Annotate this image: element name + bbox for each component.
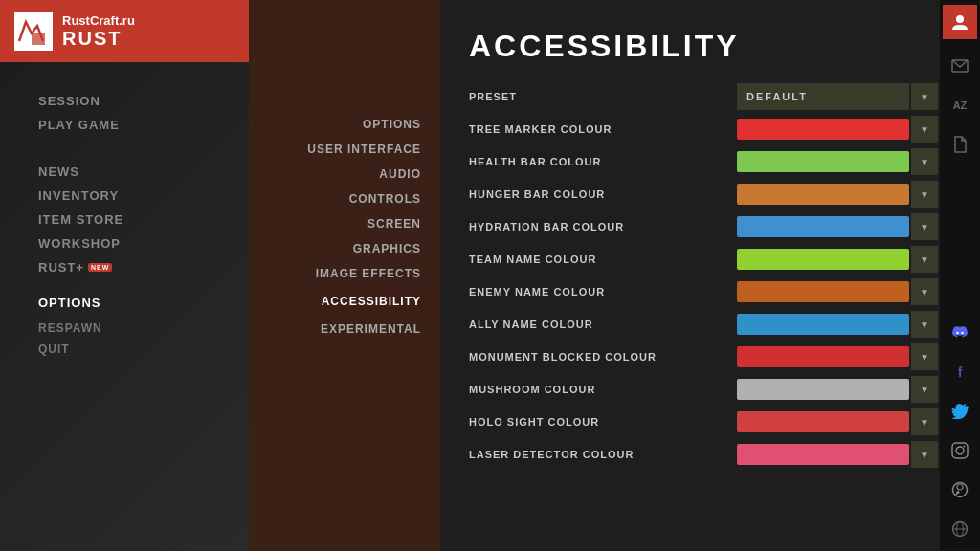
file-icon[interactable] [943, 127, 977, 162]
setting-row-teamname: TEAM NAME COLOUR ▼ [469, 246, 911, 273]
nav-workshop[interactable]: WORKSHOP [38, 233, 230, 253]
setting-row-health: HEALTH BAR COLOUR ▼ [469, 148, 911, 175]
page-title: ACCESSIBILITY [469, 29, 911, 64]
rustcraft-logo-icon [14, 12, 53, 51]
preset-control: DEFAULT ▼ [737, 83, 938, 110]
color-holo[interactable] [737, 411, 909, 432]
preset-dropdown[interactable]: ▼ [911, 83, 938, 110]
control-tree: ▼ [737, 116, 938, 143]
text-az-icon[interactable]: AZ [943, 88, 977, 122]
label-tree: TREE MARKER COLOUR [469, 123, 737, 135]
main-content: ACCESSIBILITY PRESET DEFAULT ▼ TREE MARK… [440, 0, 940, 551]
mail-icon[interactable] [943, 49, 977, 83]
svg-point-8 [964, 446, 966, 448]
setting-row-tree: TREE MARKER COLOUR ▼ [469, 116, 911, 143]
nav-itemstore[interactable]: ITEM STORE [38, 209, 230, 230]
setting-row-laser: LASER DETECTOR COLOUR ▼ [469, 441, 911, 468]
preset-value: DEFAULT [746, 91, 808, 102]
label-allyname: ALLY NAME COLOUR [469, 319, 737, 330]
menu-screen[interactable]: SCREEN [368, 214, 421, 233]
setting-row-holo: HOLO SIGHT COLOUR ▼ [469, 408, 911, 435]
control-enemyname: ▼ [737, 278, 938, 305]
menu-imageeffects[interactable]: IMAGE EFFECTS [316, 264, 421, 283]
menu-ui[interactable]: USER INTERFACE [307, 140, 421, 159]
nav-rustplus[interactable]: RUST+ NEW [38, 257, 230, 277]
setting-row-preset: PRESET DEFAULT ▼ [469, 83, 911, 110]
dropdown-enemyname[interactable]: ▼ [911, 278, 938, 305]
svg-point-12 [957, 491, 960, 494]
nav-session[interactable]: SESSION [38, 91, 230, 111]
label-enemyname: ENEMY NAME COLOUR [469, 286, 737, 298]
steam-icon[interactable] [943, 473, 977, 507]
logo-text: RustCraft.ru RUST [62, 13, 135, 50]
svg-point-5 [961, 332, 963, 334]
setting-row-mushroom: MUSHROOM COLOUR ▼ [469, 376, 911, 403]
nav-playgame[interactable]: PLAY GAME [38, 115, 230, 135]
right-sidebar: AZ f [940, 0, 980, 551]
user-profile-icon[interactable] [943, 5, 977, 39]
menu-controls[interactable]: CONTROLS [349, 189, 421, 209]
control-mushroom: ▼ [737, 376, 938, 403]
color-laser[interactable] [737, 444, 909, 465]
nav-respawn[interactable]: RESPAWN [38, 320, 230, 337]
logo-area: RustCraft.ru RUST [0, 0, 249, 62]
control-holo: ▼ [737, 408, 938, 435]
dropdown-hunger[interactable]: ▼ [911, 181, 938, 208]
label-mushroom: MUSHROOM COLOUR [469, 384, 737, 395]
setting-label-preset: PRESET [469, 91, 737, 102]
svg-point-7 [956, 447, 964, 454]
dropdown-monument[interactable]: ▼ [911, 343, 938, 370]
dropdown-hydration[interactable]: ▼ [911, 213, 938, 240]
color-health[interactable] [737, 151, 909, 172]
color-tree[interactable] [737, 119, 909, 140]
label-laser: LASER DETECTOR COLOUR [469, 449, 737, 460]
dropdown-teamname[interactable]: ▼ [911, 246, 938, 273]
nav-quit[interactable]: QUIT [38, 341, 230, 358]
dropdown-allyname[interactable]: ▼ [911, 311, 938, 338]
dropdown-tree[interactable]: ▼ [911, 116, 938, 143]
control-monument: ▼ [737, 343, 938, 370]
menu-graphics[interactable]: GRAPHICS [353, 239, 421, 258]
color-enemyname[interactable] [737, 281, 909, 302]
control-hunger: ▼ [737, 181, 938, 208]
color-allyname[interactable] [737, 314, 909, 335]
control-laser: ▼ [737, 441, 938, 468]
color-hydration[interactable] [737, 216, 909, 237]
svg-rect-6 [952, 443, 968, 458]
label-hunger: HUNGER BAR COLOUR [469, 188, 737, 200]
globe-icon[interactable] [943, 512, 977, 546]
setting-row-allyname: ALLY NAME COLOUR ▼ [469, 311, 911, 338]
nav-inventory[interactable]: INVENTORY [38, 186, 230, 206]
middle-menu: OPTIONS USER INTERFACE AUDIO CONTROLS SC… [249, 0, 440, 551]
nav-news[interactable]: NEWS [38, 162, 230, 182]
main-nav: SESSION PLAY GAME NEWS INVENTORY ITEM ST… [0, 62, 249, 367]
control-allyname: ▼ [737, 311, 938, 338]
facebook-icon[interactable]: f [943, 355, 977, 389]
dropdown-mushroom[interactable]: ▼ [911, 376, 938, 403]
svg-point-4 [956, 332, 958, 334]
setting-row-hunger: HUNGER BAR COLOUR ▼ [469, 181, 911, 208]
svg-rect-1 [32, 33, 45, 45]
control-health: ▼ [737, 148, 938, 175]
menu-experimental[interactable]: EXPERIMENTAL [321, 320, 421, 339]
menu-accessibility[interactable]: ACCESSIBILITY [307, 289, 440, 314]
preset-bar: DEFAULT [737, 83, 909, 110]
dropdown-holo[interactable]: ▼ [911, 408, 938, 435]
dropdown-health[interactable]: ▼ [911, 148, 938, 175]
control-hydration: ▼ [737, 213, 938, 240]
color-monument[interactable] [737, 346, 909, 367]
label-teamname: TEAM NAME COLOUR [469, 253, 737, 265]
color-hunger[interactable] [737, 184, 909, 205]
color-mushroom[interactable] [737, 379, 909, 400]
dropdown-laser[interactable]: ▼ [911, 441, 938, 468]
control-teamname: ▼ [737, 246, 938, 273]
setting-row-enemyname: ENEMY NAME COLOUR ▼ [469, 278, 911, 305]
twitter-icon[interactable] [943, 394, 977, 429]
label-monument: MONUMENT BLOCKED COLOUR [469, 351, 737, 363]
color-teamname[interactable] [737, 249, 909, 270]
discord-icon[interactable] [943, 316, 977, 350]
menu-options[interactable]: OPTIONS [363, 115, 421, 134]
menu-audio[interactable]: AUDIO [379, 165, 421, 184]
instagram-icon[interactable] [943, 433, 977, 468]
label-hydration: HYDRATION BAR COLOUR [469, 221, 737, 232]
